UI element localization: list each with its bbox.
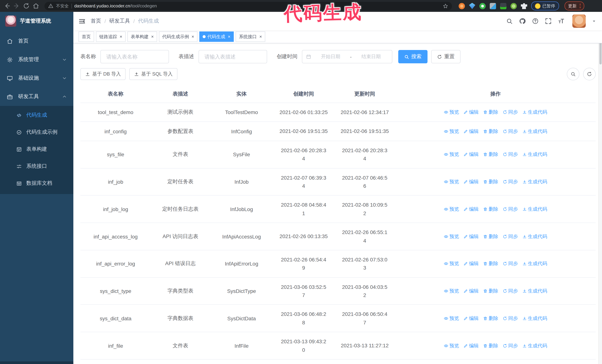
action-生成代码[interactable]: 生成代码	[522, 233, 547, 240]
tab-代码生成示例[interactable]: 代码生成示例×	[159, 31, 197, 42]
action-编辑[interactable]: 编辑	[463, 178, 479, 185]
action-生成代码[interactable]: 生成代码	[522, 151, 547, 158]
fullscreen-icon[interactable]	[545, 18, 552, 24]
sidebar-subitem-数据库文档[interactable]: 数据库文档	[0, 175, 73, 192]
tab-链路追踪[interactable]: 链路追踪×	[96, 31, 126, 42]
bookmark-star-icon[interactable]	[443, 3, 448, 9]
action-编辑[interactable]: 编辑	[463, 260, 479, 267]
action-同步[interactable]: 同步	[503, 128, 518, 135]
sidebar-subitem-系统接口[interactable]: 系统接口	[0, 158, 73, 175]
action-预览[interactable]: 预览	[444, 206, 459, 212]
font-size-icon[interactable]	[558, 18, 565, 24]
action-预览[interactable]: 预览	[444, 315, 459, 322]
action-删除[interactable]: 删除	[483, 178, 498, 185]
tab-首页[interactable]: 首页	[78, 31, 94, 42]
search-icon[interactable]	[506, 18, 513, 24]
browser-forward-icon[interactable]	[13, 3, 20, 9]
action-生成代码[interactable]: 生成代码	[522, 315, 547, 322]
action-同步[interactable]: 同步	[503, 151, 518, 158]
close-tab-icon[interactable]: ×	[192, 34, 194, 39]
action-编辑[interactable]: 编辑	[463, 109, 479, 115]
extension-icon-1[interactable]	[459, 3, 465, 9]
extension-icon-6[interactable]	[510, 3, 517, 9]
action-编辑[interactable]: 编辑	[463, 151, 479, 158]
sidebar-subitem-代码生成示例[interactable]: 代码生成示例	[0, 124, 73, 141]
action-同步[interactable]: 同步	[503, 260, 518, 267]
address-bar[interactable]: 不安全 dashboard.yudao.iocoder.cn/tool/code…	[44, 2, 452, 10]
tab-表单构建[interactable]: 表单构建×	[128, 31, 157, 42]
extension-icon-2[interactable]	[469, 3, 475, 9]
action-预览[interactable]: 预览	[444, 233, 459, 240]
action-预览[interactable]: 预览	[444, 288, 459, 294]
sidebar-item-infra[interactable]: 基础设施	[0, 69, 73, 87]
user-avatar[interactable]	[572, 14, 586, 28]
sidebar-item-devtools[interactable]: 研发工具	[0, 87, 73, 106]
user-menu-caret-icon[interactable]	[592, 19, 596, 23]
page-scrollbar[interactable]	[598, 12, 602, 364]
action-生成代码[interactable]: 生成代码	[522, 128, 547, 135]
extension-icon-3[interactable]	[479, 3, 486, 9]
close-tab-icon[interactable]: ×	[228, 34, 230, 39]
browser-reload-icon[interactable]	[23, 3, 30, 9]
action-编辑[interactable]: 编辑	[463, 288, 479, 294]
action-删除[interactable]: 删除	[483, 288, 498, 294]
close-tab-icon[interactable]: ×	[259, 34, 262, 39]
action-删除[interactable]: 删除	[483, 128, 498, 135]
browser-back-icon[interactable]	[4, 3, 10, 9]
profile-paused-badge[interactable]: 已暂停	[531, 1, 559, 10]
extensions-puzzle-icon[interactable]	[521, 3, 527, 9]
action-生成代码[interactable]: 生成代码	[522, 206, 547, 212]
action-预览[interactable]: 预览	[444, 151, 459, 158]
import-db-button[interactable]: 基于 DB 导入	[80, 68, 126, 80]
browser-home-icon[interactable]	[32, 3, 39, 9]
action-同步[interactable]: 同步	[503, 288, 518, 294]
action-预览[interactable]: 预览	[444, 260, 459, 267]
action-预览[interactable]: 预览	[444, 109, 459, 115]
action-编辑[interactable]: 编辑	[463, 206, 479, 212]
table-name-input[interactable]	[100, 50, 169, 63]
create-time-range-picker[interactable]: 开始日期 - 结束日期	[302, 50, 392, 63]
action-编辑[interactable]: 编辑	[463, 315, 479, 322]
action-预览[interactable]: 预览	[444, 128, 459, 135]
sidebar-item-home[interactable]: 首页	[0, 32, 73, 50]
refresh-table-button[interactable]	[583, 68, 596, 80]
sidebar-subitem-表单构建[interactable]: 表单构建	[0, 141, 73, 158]
tab-系统接口[interactable]: 系统接口×	[236, 31, 265, 42]
import-sql-button[interactable]: 基于 SQL 导入	[129, 68, 178, 80]
action-删除[interactable]: 删除	[483, 342, 498, 349]
tab-代码生成[interactable]: 代码生成×	[199, 31, 234, 42]
reset-button[interactable]: 重置	[431, 50, 461, 63]
action-编辑[interactable]: 编辑	[463, 128, 479, 135]
action-删除[interactable]: 删除	[483, 206, 498, 212]
breadcrumb-devtools[interactable]: 研发工具	[109, 18, 130, 24]
action-同步[interactable]: 同步	[503, 342, 518, 349]
action-删除[interactable]: 删除	[483, 151, 498, 158]
action-生成代码[interactable]: 生成代码	[522, 109, 547, 115]
action-生成代码[interactable]: 生成代码	[522, 178, 547, 185]
action-删除[interactable]: 删除	[483, 260, 498, 267]
help-icon[interactable]	[532, 18, 539, 24]
action-预览[interactable]: 预览	[444, 178, 459, 185]
extension-icon-4[interactable]	[490, 3, 496, 9]
breadcrumb-home[interactable]: 首页	[91, 18, 101, 24]
action-生成代码[interactable]: 生成代码	[522, 288, 547, 294]
chrome-menu-icon[interactable]	[580, 4, 580, 8]
sidebar-item-system[interactable]: 系统管理	[0, 50, 73, 69]
action-同步[interactable]: 同步	[503, 315, 518, 322]
extension-icon-5[interactable]	[500, 3, 506, 9]
sidebar-subitem-代码生成[interactable]: 代码生成	[0, 107, 73, 124]
chrome-update-button[interactable]: 更新	[564, 1, 584, 10]
action-删除[interactable]: 删除	[483, 315, 498, 322]
action-同步[interactable]: 同步	[503, 109, 518, 115]
close-tab-icon[interactable]: ×	[120, 34, 122, 39]
hamburger-icon[interactable]	[78, 18, 86, 25]
action-编辑[interactable]: 编辑	[463, 233, 479, 240]
action-同步[interactable]: 同步	[503, 178, 518, 185]
action-同步[interactable]: 同步	[503, 233, 518, 240]
search-button[interactable]: 搜索	[398, 50, 428, 63]
action-生成代码[interactable]: 生成代码	[522, 342, 547, 349]
action-同步[interactable]: 同步	[503, 206, 518, 212]
table-desc-input[interactable]	[199, 50, 267, 63]
action-删除[interactable]: 删除	[483, 233, 498, 240]
github-icon[interactable]	[519, 18, 526, 24]
